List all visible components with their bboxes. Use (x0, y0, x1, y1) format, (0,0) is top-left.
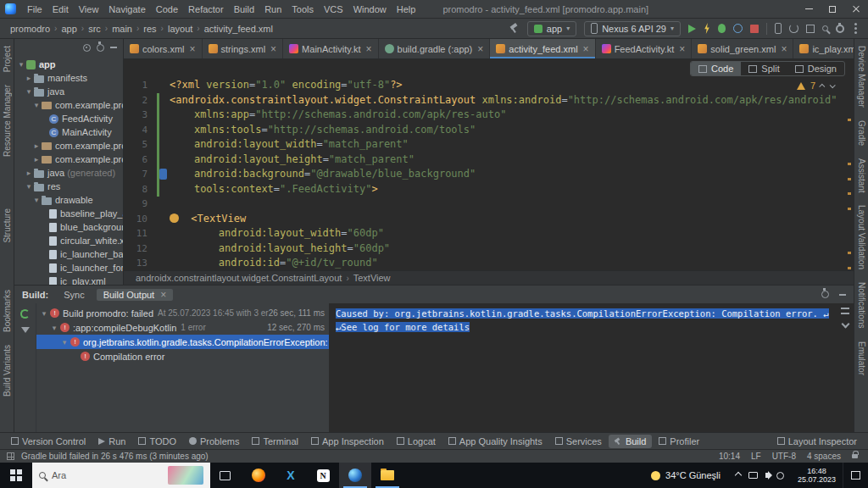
filter-icon[interactable] (21, 327, 30, 333)
previous-warning-icon[interactable] (819, 83, 825, 89)
inspections-widget[interactable]: 7 (793, 80, 838, 92)
menu-vcs[interactable]: VCS (319, 0, 348, 19)
breadcrumb-item-activity-feed-xml[interactable]: activity_feed.xml (203, 23, 275, 35)
expander-icon[interactable]: ▾ (40, 309, 48, 318)
expander-icon[interactable]: ▾ (25, 87, 33, 96)
start-button[interactable] (0, 463, 32, 488)
tool-stripe-notifications[interactable]: Notifications (857, 282, 866, 328)
editor-tab-strings-xml[interactable]: strings.xml (203, 39, 284, 58)
menu-edit[interactable]: Edit (47, 0, 74, 19)
taskbar-app-notion[interactable] (307, 463, 339, 488)
minimize-tool-window-icon[interactable] (839, 294, 846, 296)
apply-changes-button[interactable] (704, 23, 710, 34)
expander-icon[interactable]: ▸ (32, 141, 41, 150)
expander-icon[interactable]: ▾ (60, 338, 69, 347)
toolwindow-services[interactable]: Services (549, 435, 608, 448)
status-lf[interactable]: LF (751, 452, 761, 461)
editor-breadcrumb-androidx-constraintlayout-widget-constraintlayout[interactable]: androidx.constraintlayout.widget.Constra… (134, 273, 343, 283)
breadcrumb-item-promodro[interactable]: promodro (8, 23, 52, 35)
taskbar-app-browser[interactable] (242, 463, 275, 488)
toolwindow-app-quality-insights[interactable]: App Quality Insights (442, 435, 548, 448)
menu-refactor[interactable]: Refactor (183, 0, 229, 19)
close-button[interactable] (844, 0, 868, 19)
code-line[interactable]: 6 android:layout_height="match_parent" (124, 152, 843, 168)
code-line[interactable]: 10 <TextView (124, 212, 843, 227)
project-tree-item-ic-play-xml[interactable]: ic_play.xml (14, 274, 123, 285)
view-mode-code[interactable]: Code (691, 62, 741, 75)
code-line[interactable]: 2<androidx.constraintlayout.widget.Const… (124, 93, 843, 108)
maximize-button[interactable] (821, 0, 844, 19)
menu-view[interactable]: View (74, 0, 104, 19)
toolwindow-run[interactable]: Run (92, 435, 131, 448)
project-tree-item-res[interactable]: ▾res (14, 180, 123, 193)
editor-tab-solid-green-xml[interactable]: solid_green.xml (692, 39, 793, 58)
tab-close-icon[interactable] (366, 44, 372, 54)
console-line[interactable]: ↵See log for more details (336, 320, 847, 334)
tool-window-switcher-icon[interactable] (7, 452, 14, 460)
weather-widget[interactable]: 34°C Güneşli (643, 463, 729, 488)
minimize-button[interactable] (797, 0, 821, 19)
task-view-button[interactable] (210, 463, 239, 488)
next-warning-icon[interactable] (830, 82, 836, 88)
tab-close-icon[interactable] (270, 44, 276, 54)
menu-file[interactable]: File (22, 0, 47, 19)
project-options-icon[interactable] (97, 44, 104, 52)
run-configuration-select[interactable]: app ▾ (527, 21, 576, 36)
build-tree-item[interactable]: ▾org.jetbrains.kotlin.gradle.tasks.Compi… (36, 335, 329, 349)
volume-icon[interactable] (765, 473, 769, 478)
taskbar-app-vscode[interactable] (275, 463, 307, 488)
expander-icon[interactable]: ▸ (25, 169, 33, 177)
code-line[interactable]: 7 android:background="@drawable/blue_bac… (124, 167, 843, 182)
build-tree-item[interactable]: ▾Build promodro: failedAt 25.07.2023 16:… (36, 306, 329, 320)
build-tree-item[interactable]: ▾:app:compileDebugKotlin1 error12 sec, 2… (36, 320, 329, 335)
expander-icon[interactable]: ▾ (50, 324, 58, 332)
intention-bulb-icon[interactable] (170, 214, 179, 223)
code-line[interactable]: 3 xmlns:app="http://schemas.android.com/… (124, 108, 843, 123)
locate-file-icon[interactable] (83, 44, 91, 52)
build-hammer-icon[interactable] (509, 23, 520, 34)
project-tree-item-manifests[interactable]: ▸manifests (14, 71, 123, 85)
tool-stripe-structure[interactable]: Structure (3, 208, 12, 243)
build-tab-build-output[interactable]: Build Output (97, 289, 174, 301)
search-highlight-thumbnail[interactable] (168, 466, 203, 485)
device-manager-button[interactable] (775, 23, 782, 34)
network-icon[interactable] (776, 472, 784, 480)
build-tree-item[interactable]: Compilation error (36, 349, 329, 363)
code-line[interactable]: 5 android:layout_width="match_parent" (124, 137, 843, 152)
scroll-to-end-icon[interactable] (841, 320, 849, 329)
breadcrumb-item-res[interactable]: res (142, 23, 158, 35)
project-tree-item-baseline-play-a[interactable]: baseline_play_a (14, 207, 123, 220)
code-line[interactable]: 9 (124, 197, 843, 212)
editor-tab-mainactivity-kt[interactable]: MainActivity.kt (283, 39, 379, 58)
tab-close-icon[interactable] (781, 44, 787, 54)
project-tree-item-java[interactable]: ▸java(generated) (14, 166, 123, 180)
action-center-button[interactable] (843, 463, 868, 488)
taskbar-app-android-studio[interactable] (339, 463, 371, 488)
code-line[interactable]: 12 android:layout_height="60dp" (124, 241, 843, 257)
project-tree-item-drawable[interactable]: ▾drawable (14, 193, 123, 207)
project-tree-item-ic-launcher-fore[interactable]: ic_launcher_fore (14, 261, 123, 274)
editor-tab-feedactivity-kt[interactable]: FeedActivity.kt (596, 39, 693, 58)
breadcrumb-item-src[interactable]: src (86, 23, 103, 35)
toolwindow-version-control[interactable]: Version Control (5, 435, 92, 448)
code-editor[interactable]: 1<?xml version="1.0" encoding="utf-8"?>2… (124, 78, 854, 270)
tool-stripe-assistant[interactable]: Assistant (857, 158, 866, 193)
toolwindow-terminal[interactable]: Terminal (246, 435, 304, 448)
menu-tools[interactable]: Tools (287, 0, 319, 19)
code-line[interactable]: 1<?xml version="1.0" encoding="utf-8"?> (124, 78, 843, 93)
profiler-button[interactable] (733, 24, 743, 33)
tab-close-icon[interactable] (160, 290, 166, 300)
breadcrumb-item-app[interactable]: app (59, 23, 78, 35)
more-actions-button[interactable] (854, 27, 857, 30)
soft-wrap-icon[interactable] (841, 308, 849, 314)
project-tree-item-com-example-prom[interactable]: ▸com.example.prom (14, 139, 123, 152)
tool-stripe-gradle[interactable]: Gradle (857, 120, 866, 146)
taskbar-clock[interactable]: 16:48 25.07.2023 (791, 463, 843, 488)
sdk-manager-button[interactable] (806, 25, 815, 33)
project-tree-item-mainactivity[interactable]: MainActivity (14, 125, 123, 139)
tool-stripe-emulator[interactable]: Emulator (857, 341, 866, 375)
tab-close-icon[interactable] (583, 44, 589, 54)
build-console[interactable]: Caused by: org.jetbrains.kotlin.gradle.t… (329, 303, 854, 432)
console-line[interactable]: Caused by: org.jetbrains.kotlin.gradle.t… (336, 307, 847, 320)
project-tree-item-com-example-prom[interactable]: ▾com.example.prom (14, 98, 123, 112)
